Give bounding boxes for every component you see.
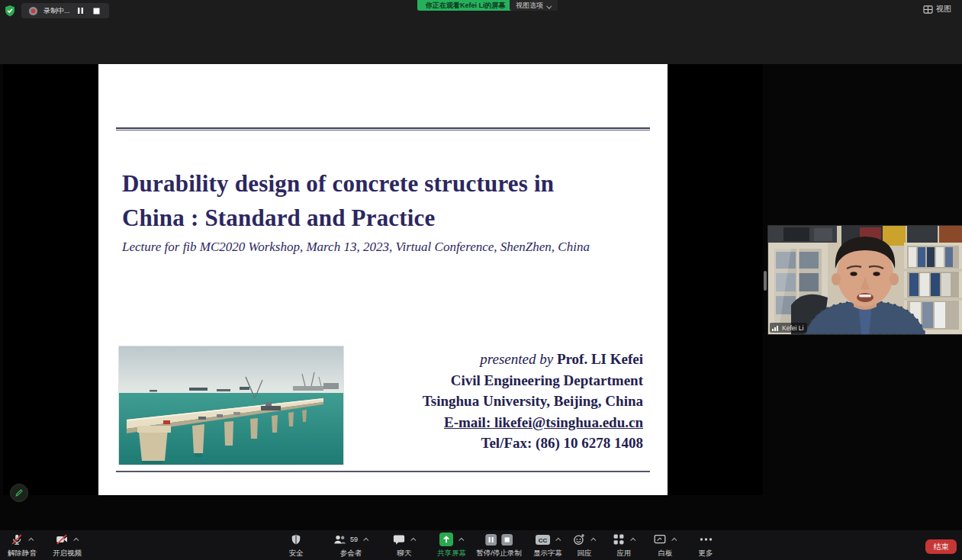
participant-video-thumbnail[interactable]: Kefei Li	[768, 226, 962, 334]
layout-grid-icon	[923, 5, 933, 14]
share-screen-label: 共享屏幕	[437, 549, 466, 558]
slide-subtitle: Lecture for fib MC2020 Workshop, March 1…	[122, 240, 656, 255]
toolbar-pause-stop-recording[interactable]: 暂停/停止录制	[476, 533, 522, 558]
toolbar-reactions[interactable]: 回应	[573, 533, 596, 558]
more-dots-icon	[699, 537, 713, 542]
end-meeting-button[interactable]: 结束	[925, 539, 957, 554]
chevron-up-icon[interactable]	[671, 537, 677, 542]
pause-recording-icon[interactable]	[485, 534, 497, 546]
reactions-label: 回应	[578, 549, 592, 558]
participant-name: Kefei Li	[782, 324, 803, 332]
participants-label: 参会者	[340, 549, 362, 558]
view-options-button[interactable]: 视图选项	[510, 0, 558, 11]
captions-label: 显示字幕	[533, 549, 562, 558]
chevron-up-icon[interactable]	[410, 537, 416, 542]
view-button[interactable]: 视图	[923, 4, 951, 14]
shared-screen-area: Durability design of concrete structures…	[3, 64, 763, 495]
network-signal-icon	[772, 325, 780, 331]
whiteboard-label: 白板	[658, 549, 673, 558]
slide-bottom-rule	[116, 471, 650, 472]
chevron-up-icon[interactable]	[590, 537, 596, 542]
more-label: 更多	[699, 549, 713, 558]
security-shield-icon[interactable]	[4, 5, 16, 17]
share-screen-icon	[439, 533, 453, 546]
pause-stop-recording-label: 暂停/停止录制	[476, 549, 522, 558]
security-label: 安全	[289, 549, 304, 558]
toolbar-whiteboard[interactable]: 白板	[654, 533, 677, 558]
zoom-meeting-window: 录制中... 你正在观看Kefei Li的屏幕 视图选项 视图	[0, 0, 962, 560]
toolbar-participants[interactable]: 59 参会者	[333, 533, 368, 558]
slide-title: Durability design of concrete structures…	[122, 166, 648, 235]
presenter-department: Civil Engineering Deptartment	[423, 370, 643, 391]
toolbar-chat[interactable]: 聊天	[393, 533, 416, 558]
slide-title-line1: Durability design of concrete structures…	[122, 166, 648, 201]
video-panel-handle[interactable]	[764, 271, 767, 291]
presented-by-text: presented by	[480, 351, 557, 367]
apps-icon	[613, 533, 625, 546]
unmute-label: 解除静音	[8, 549, 37, 558]
presented-by-line: presented by Prof. LI Kefei	[423, 349, 643, 370]
top-bar: 录制中... 你正在观看Kefei Li的屏幕 视图选项 视图	[0, 0, 962, 64]
participant-name-label: Kefei Li	[770, 323, 807, 333]
participants-icon	[333, 534, 346, 546]
presenter-telfax: Tel/Fax: (86) 10 6278 1408	[423, 433, 643, 454]
meeting-toolbar: 解除静音 开启视频 安全	[0, 530, 962, 560]
stop-recording-icon[interactable]	[501, 534, 513, 546]
video-off-icon	[56, 533, 68, 546]
pause-recording-button[interactable]	[76, 5, 86, 16]
annotate-button[interactable]	[10, 484, 28, 502]
chevron-up-icon[interactable]	[28, 537, 34, 542]
start-video-label: 开启视频	[53, 549, 82, 558]
presenter-university: Tsinghua University, Beijing, China	[423, 391, 643, 412]
presentation-slide: Durability design of concrete structures…	[98, 64, 668, 495]
participants-count: 59	[350, 536, 358, 543]
bridge-construction-photo	[118, 346, 344, 465]
chevron-up-icon[interactable]	[458, 537, 464, 542]
webcam-video-feed	[768, 226, 962, 334]
slide-title-line2: China : Standard and Practice	[122, 201, 648, 235]
view-options-label: 视图选项	[516, 1, 543, 11]
chat-icon	[393, 534, 405, 546]
toolbar-more[interactable]: 更多	[699, 533, 713, 558]
toolbar-apps[interactable]: 应用	[613, 533, 635, 558]
svg-text:CC: CC	[538, 536, 547, 543]
presenter-name: Prof. LI Kefei	[557, 351, 643, 367]
shield-icon	[291, 533, 302, 546]
chevron-up-icon[interactable]	[73, 537, 79, 542]
mic-muted-icon	[11, 533, 23, 546]
recording-label: 录制中...	[43, 6, 70, 16]
chevron-up-icon[interactable]	[630, 537, 635, 542]
toolbar-start-video[interactable]: 开启视频	[53, 533, 82, 558]
chevron-up-icon[interactable]	[363, 537, 368, 542]
pencil-icon	[14, 488, 24, 497]
chat-label: 聊天	[397, 549, 412, 558]
toolbar-security[interactable]: 安全	[289, 533, 304, 558]
closed-captions-icon: CC	[536, 535, 550, 545]
watching-screen-badge: 你正在观看Kefei Li的屏幕	[417, 0, 514, 11]
slide-top-rule	[116, 127, 650, 130]
record-icon	[28, 6, 38, 16]
view-label: 视图	[936, 4, 951, 14]
whiteboard-icon	[654, 534, 666, 545]
toolbar-captions[interactable]: CC 显示字幕	[533, 533, 562, 558]
toolbar-unmute[interactable]: 解除静音	[8, 533, 37, 558]
chevron-up-icon[interactable]	[555, 537, 561, 542]
toolbar-share-screen[interactable]: 共享屏幕	[437, 533, 466, 558]
recording-indicator: 录制中...	[21, 3, 109, 18]
stop-recording-button[interactable]	[92, 5, 102, 16]
presenter-block: presented by Prof. LI Kefei Civil Engine…	[423, 349, 643, 454]
reactions-smiley-icon	[573, 533, 585, 546]
apps-label: 应用	[617, 549, 632, 558]
chevron-down-icon	[546, 3, 552, 8]
presenter-email: E-mail: likefei@tsinghua.edu.cn	[423, 412, 643, 433]
